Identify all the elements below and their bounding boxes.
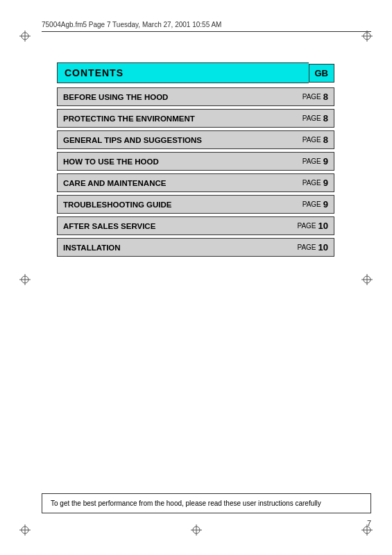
toc-row-page: PAGE9 (297, 174, 334, 191)
contents-header: CONTENTS GB (57, 62, 334, 83)
toc-page-number: 9 (323, 178, 328, 188)
toc-page-word: PAGE (302, 157, 321, 165)
toc-row-label: BEFORE USING THE HOOD (58, 89, 297, 105)
footer-note: To get the best performance from the hoo… (42, 493, 371, 513)
header-text: 75004Agb.fm5 Page 7 Tuesday, March 27, 2… (42, 21, 221, 28)
toc-row-label: PROTECTING THE ENVIRONMENT (58, 111, 297, 126)
reg-mark-top-left (19, 31, 31, 42)
contents-title: CONTENTS (65, 67, 123, 78)
reg-mark-top-right (361, 31, 373, 42)
reg-mark-mid-left (19, 274, 31, 285)
toc-row: BEFORE USING THE HOODPAGE8 (57, 87, 334, 106)
toc-page-word: PAGE (302, 200, 321, 208)
toc-page-word: PAGE (297, 222, 316, 230)
footer-note-text: To get the best performance from the hoo… (51, 500, 321, 507)
toc-page-word: PAGE (302, 114, 321, 122)
toc-row-page: PAGE8 (297, 88, 334, 105)
toc-page-number: 8 (323, 135, 328, 145)
toc-page-number: 9 (323, 156, 328, 166)
toc-row-page: PAGE10 (291, 239, 334, 256)
toc-row-label: CARE AND MAINTENANCE (58, 176, 297, 191)
toc-page-number: 8 (323, 113, 328, 123)
gb-badge: GB (309, 64, 335, 83)
toc-row-label: INSTALLATION (58, 240, 291, 255)
toc-row: AFTER SALES SERVICEPAGE10 (57, 216, 334, 235)
contents-title-box: CONTENTS (57, 62, 309, 83)
toc-row: CARE AND MAINTENANCEPAGE9 (57, 173, 334, 192)
page: 75004Agb.fm5 Page 7 Tuesday, March 27, 2… (0, 0, 392, 555)
toc-page-word: PAGE (297, 244, 316, 251)
toc-row-page: PAGE8 (297, 110, 334, 127)
toc-page-word: PAGE (302, 179, 321, 187)
toc-row-label: TROUBLESHOOTING GUIDE (58, 197, 297, 212)
toc-row-label: GENERAL TIPS AND SUGGESTIONS (58, 133, 297, 148)
header-bar: 75004Agb.fm5 Page 7 Tuesday, March 27, 2… (42, 21, 371, 32)
toc-row: TROUBLESHOOTING GUIDEPAGE9 (57, 195, 334, 214)
page-number: 7 (367, 519, 371, 527)
toc-row: INSTALLATIONPAGE10 (57, 238, 334, 257)
toc-row: HOW TO USE THE HOODPAGE9 (57, 152, 334, 171)
toc-page-number: 8 (323, 92, 328, 102)
toc-page-number: 10 (318, 242, 328, 253)
toc-row-label: HOW TO USE THE HOOD (58, 154, 297, 169)
toc-row-page: PAGE10 (291, 217, 334, 234)
contents-section: CONTENTS GB BEFORE USING THE HOODPAGE8PR… (57, 62, 334, 259)
toc-row-label: AFTER SALES SERVICE (58, 219, 291, 234)
toc-row-page: PAGE9 (297, 196, 334, 213)
reg-mark-mid-right (361, 274, 373, 285)
toc-row: GENERAL TIPS AND SUGGESTIONSPAGE8 (57, 130, 334, 149)
toc-page-word: PAGE (302, 93, 321, 101)
toc-page-number: 9 (323, 199, 328, 210)
toc-row-page: PAGE8 (297, 131, 334, 148)
toc-table: BEFORE USING THE HOODPAGE8PROTECTING THE… (57, 87, 334, 257)
toc-page-word: PAGE (302, 136, 321, 144)
reg-mark-bot-mid (191, 524, 202, 536)
toc-row-page: PAGE9 (297, 153, 334, 170)
toc-row: PROTECTING THE ENVIRONMENTPAGE8 (57, 109, 334, 128)
reg-mark-bot-left (19, 524, 31, 536)
toc-page-number: 10 (318, 221, 328, 231)
